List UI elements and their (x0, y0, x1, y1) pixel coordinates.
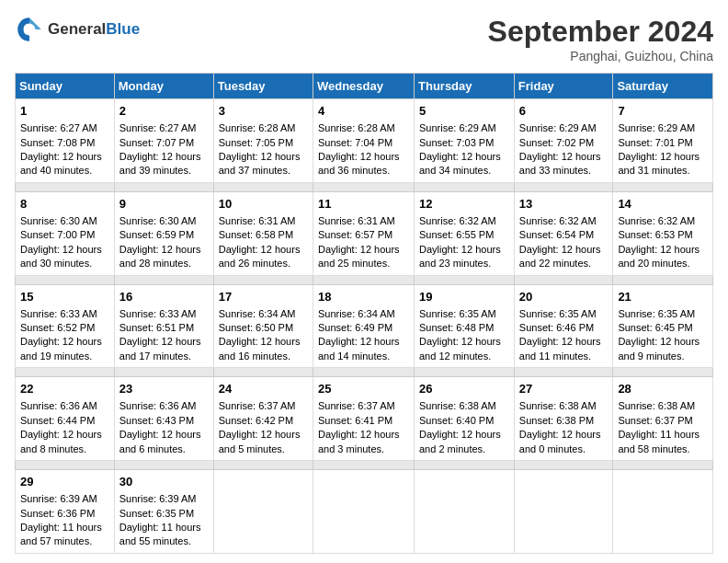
calendar-cell: 13Sunrise: 6:32 AMSunset: 6:54 PMDayligh… (514, 191, 613, 275)
sunset-text: Sunset: 6:46 PM (519, 322, 594, 333)
day-number: 29 (20, 474, 109, 490)
day-number: 3 (219, 103, 308, 120)
day-number: 21 (618, 289, 708, 305)
sunrise-text: Sunrise: 6:31 AM (318, 215, 395, 226)
calendar-header-row: Sunday Monday Tuesday Wednesday Thursday… (16, 74, 713, 99)
calendar-week-row: 22Sunrise: 6:36 AMSunset: 6:44 PMDayligh… (16, 377, 713, 461)
daylight-text: Daylight: 12 hours and 40 minutes. (20, 151, 102, 176)
day-number: 2 (119, 103, 209, 120)
day-number: 18 (318, 289, 409, 305)
day-number: 28 (618, 381, 708, 397)
sunset-text: Sunset: 7:03 PM (419, 137, 494, 148)
day-number: 23 (119, 381, 209, 397)
daylight-text: Daylight: 12 hours and 39 minutes. (119, 151, 201, 176)
sunset-text: Sunset: 7:02 PM (519, 137, 594, 148)
sunset-text: Sunset: 6:41 PM (318, 415, 392, 426)
sunrise-text: Sunrise: 6:32 AM (519, 215, 597, 226)
day-number: 13 (519, 196, 609, 213)
calendar-cell: 6Sunrise: 6:29 AMSunset: 7:02 PMDaylight… (514, 99, 613, 183)
day-number: 12 (419, 196, 509, 213)
daylight-text: Daylight: 12 hours and 6 minutes. (119, 429, 201, 454)
sunrise-text: Sunrise: 6:39 AM (20, 493, 97, 504)
day-number: 1 (20, 103, 109, 120)
day-number: 5 (419, 103, 509, 120)
daylight-text: Daylight: 12 hours and 14 minutes. (318, 336, 400, 361)
calendar-cell: 22Sunrise: 6:36 AMSunset: 6:44 PMDayligh… (16, 377, 115, 461)
logo-icon (15, 15, 44, 44)
day-number: 7 (618, 103, 708, 120)
sunset-text: Sunset: 6:44 PM (20, 415, 95, 426)
day-number: 24 (219, 381, 308, 397)
sunset-text: Sunset: 7:05 PM (219, 137, 293, 148)
sunset-text: Sunset: 6:55 PM (419, 229, 494, 240)
day-number: 15 (20, 289, 109, 305)
sunrise-text: Sunrise: 6:39 AM (119, 493, 197, 504)
calendar-cell: 15Sunrise: 6:33 AMSunset: 6:52 PMDayligh… (16, 284, 115, 368)
sunset-text: Sunset: 6:59 PM (119, 229, 194, 240)
sunset-text: Sunset: 6:40 PM (419, 415, 494, 426)
calendar-cell: 8Sunrise: 6:30 AMSunset: 7:00 PMDaylight… (16, 191, 115, 275)
sunrise-text: Sunrise: 6:36 AM (119, 400, 197, 411)
sunset-text: Sunset: 6:43 PM (119, 415, 194, 426)
calendar-cell: 25Sunrise: 6:37 AMSunset: 6:41 PMDayligh… (313, 377, 414, 461)
calendar-cell: 18Sunrise: 6:34 AMSunset: 6:49 PMDayligh… (313, 284, 414, 368)
calendar-cell: 27Sunrise: 6:38 AMSunset: 6:38 PMDayligh… (514, 377, 613, 461)
daylight-text: Daylight: 12 hours and 3 minutes. (318, 429, 400, 454)
sunset-text: Sunset: 7:08 PM (20, 137, 95, 148)
calendar-cell: 5Sunrise: 6:29 AMSunset: 7:03 PMDaylight… (415, 99, 515, 183)
daylight-text: Daylight: 12 hours and 9 minutes. (618, 336, 700, 361)
sunrise-text: Sunrise: 6:37 AM (219, 400, 296, 411)
calendar-cell: 26Sunrise: 6:38 AMSunset: 6:40 PMDayligh… (415, 377, 515, 461)
calendar-cell: 28Sunrise: 6:38 AMSunset: 6:37 PMDayligh… (613, 377, 713, 461)
calendar-cell: 17Sunrise: 6:34 AMSunset: 6:50 PMDayligh… (213, 284, 313, 368)
daylight-text: Daylight: 12 hours and 0 minutes. (519, 429, 601, 454)
day-number: 26 (419, 381, 509, 397)
day-number: 9 (119, 196, 209, 213)
sunrise-text: Sunrise: 6:37 AM (318, 400, 395, 411)
sunrise-text: Sunrise: 6:34 AM (219, 308, 296, 319)
day-number: 17 (219, 289, 308, 305)
day-number: 20 (519, 289, 609, 305)
sunset-text: Sunset: 6:53 PM (618, 229, 692, 240)
day-number: 27 (519, 381, 609, 397)
sunrise-text: Sunrise: 6:28 AM (318, 122, 395, 133)
sunrise-text: Sunrise: 6:35 AM (419, 308, 496, 319)
day-number: 30 (119, 474, 209, 490)
col-saturday: Saturday (613, 74, 713, 99)
sunrise-text: Sunrise: 6:33 AM (20, 308, 97, 319)
location-subtitle: Panghai, Guizhou, China (488, 49, 713, 63)
sunset-text: Sunset: 6:45 PM (618, 322, 692, 333)
sunset-text: Sunset: 7:01 PM (618, 137, 692, 148)
day-number: 14 (618, 196, 708, 213)
daylight-text: Daylight: 12 hours and 26 minutes. (219, 244, 301, 269)
sunrise-text: Sunrise: 6:27 AM (119, 122, 197, 133)
sunset-text: Sunset: 6:51 PM (119, 322, 194, 333)
daylight-text: Daylight: 12 hours and 37 minutes. (219, 151, 301, 176)
calendar-cell: 29Sunrise: 6:39 AMSunset: 6:36 PMDayligh… (16, 470, 115, 554)
calendar-cell: 9Sunrise: 6:30 AMSunset: 6:59 PMDaylight… (114, 191, 213, 275)
calendar-cell (313, 470, 414, 554)
sunrise-text: Sunrise: 6:30 AM (119, 215, 197, 226)
daylight-text: Daylight: 12 hours and 28 minutes. (119, 244, 201, 269)
day-number: 22 (20, 381, 109, 397)
sunset-text: Sunset: 7:00 PM (20, 229, 95, 240)
sunset-text: Sunset: 7:04 PM (318, 137, 392, 148)
sunrise-text: Sunrise: 6:35 AM (618, 308, 695, 319)
daylight-text: Daylight: 11 hours and 57 minutes. (20, 522, 102, 546)
sunset-text: Sunset: 6:49 PM (318, 322, 392, 333)
calendar-cell: 30Sunrise: 6:39 AMSunset: 6:35 PMDayligh… (114, 470, 213, 554)
calendar-cell: 23Sunrise: 6:36 AMSunset: 6:43 PMDayligh… (114, 377, 213, 461)
calendar-week-row: 29Sunrise: 6:39 AMSunset: 6:36 PMDayligh… (16, 470, 713, 554)
day-number: 25 (318, 381, 409, 397)
calendar-cell: 1Sunrise: 6:27 AMSunset: 7:08 PMDaylight… (16, 99, 115, 183)
calendar-cell: 10Sunrise: 6:31 AMSunset: 6:58 PMDayligh… (213, 191, 313, 275)
week-separator-row (16, 275, 713, 284)
sunset-text: Sunset: 6:36 PM (20, 508, 95, 519)
sunrise-text: Sunrise: 6:30 AM (20, 215, 97, 226)
sunrise-text: Sunrise: 6:35 AM (519, 308, 597, 319)
daylight-text: Daylight: 12 hours and 36 minutes. (318, 151, 400, 176)
daylight-text: Daylight: 12 hours and 12 minutes. (419, 336, 501, 361)
daylight-text: Daylight: 12 hours and 22 minutes. (519, 244, 601, 269)
daylight-text: Daylight: 12 hours and 34 minutes. (419, 151, 501, 176)
week-separator-row (16, 182, 713, 191)
